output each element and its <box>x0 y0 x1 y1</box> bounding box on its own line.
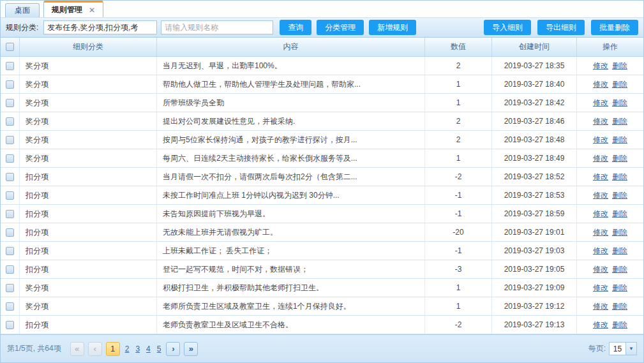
column-header-created[interactable]: 创建时间 <box>492 38 577 56</box>
delete-link[interactable]: 删除 <box>612 153 627 164</box>
row-checkbox[interactable] <box>6 321 14 329</box>
edit-link[interactable]: 修改 <box>593 246 608 256</box>
page-link[interactable]: 3 <box>134 344 141 353</box>
cell-category: 扣分项 <box>20 168 157 186</box>
import-rules-button[interactable]: 导入细则 <box>484 20 531 35</box>
delete-link[interactable]: 删除 <box>612 172 627 182</box>
cell-value: -3 <box>425 260 492 278</box>
cell-created: 2019-03-27 18:59 <box>492 205 577 223</box>
first-page-button[interactable]: « <box>70 342 84 356</box>
row-checkbox[interactable] <box>6 99 14 107</box>
page-button-current[interactable]: 1 <box>106 342 120 356</box>
chevron-down-icon[interactable]: ▼ <box>625 343 636 355</box>
cell-category: 扣分项 <box>20 260 157 278</box>
add-rule-button[interactable]: 新增规则 <box>369 20 416 35</box>
page-link[interactable]: 2 <box>124 344 131 353</box>
cell-content: 未按工作时间准点上班 1分钟以内视为迟到 30分钟... <box>157 186 425 204</box>
cell-value: 1 <box>425 94 492 112</box>
select-all-checkbox[interactable] <box>6 43 14 51</box>
toolbar-left-buttons: 查询 分类管理 新增规则 <box>280 20 416 35</box>
edit-link[interactable]: 修改 <box>593 135 608 145</box>
table-row: 奖分项 按周与5位家长保持沟通，对孩子的教学进行探讨，按月... 2 2019-… <box>1 131 643 149</box>
table-row: 扣分项 老师负责教室卫生及区域卫生不合格。 -2 2019-03-27 19:1… <box>1 316 643 334</box>
table-body: 奖分项 当月无迟到、早退，出勤率100%。 2 2019-03-27 18:35… <box>1 57 643 334</box>
cell-value: -1 <box>425 186 492 204</box>
delete-link[interactable]: 删除 <box>612 79 627 90</box>
cell-value: 1 <box>425 149 492 167</box>
tab-desktop[interactable]: 桌面 <box>5 3 40 17</box>
column-header-category[interactable]: 细则分类 <box>20 38 157 56</box>
row-checkbox[interactable] <box>6 247 14 255</box>
table-row: 扣分项 未告知原因提前下班视为早退。 -1 2019-03-27 18:59 修… <box>1 205 643 223</box>
cell-value: 1 <box>425 297 492 315</box>
table-header-row: 细则分类 内容 数值 创建时间 操作 <box>1 38 643 57</box>
delete-link[interactable]: 删除 <box>612 209 627 219</box>
row-checkbox[interactable] <box>6 210 14 218</box>
tab-rule-management-label: 规则管理 <box>52 4 82 15</box>
row-checkbox[interactable] <box>6 191 14 200</box>
query-button[interactable]: 查询 <box>280 20 311 35</box>
column-header-content[interactable]: 内容 <box>157 38 425 56</box>
rule-management-window: 桌面 规则管理 ✕ 规则分类: 查询 分类管理 新增规则 导入细则 导出细则 批… <box>0 0 644 363</box>
batch-delete-button[interactable]: 批量删除 <box>591 20 638 35</box>
close-icon[interactable]: ✕ <box>89 6 95 15</box>
edit-link[interactable]: 修改 <box>593 320 608 330</box>
table-row: 奖分项 老师所负责卫生区域及教室卫生，连续1个月保持良好。 1 2019-03-… <box>1 297 643 316</box>
cell-created: 2019-03-27 18:52 <box>492 168 577 186</box>
delete-link[interactable]: 删除 <box>612 283 627 293</box>
cell-created: 2019-03-27 19:01 <box>492 223 577 241</box>
row-checkbox[interactable] <box>6 136 14 144</box>
page-link[interactable]: 4 <box>145 344 152 353</box>
edit-link[interactable]: 修改 <box>593 98 608 108</box>
prev-page-button[interactable]: ‹ <box>88 342 102 356</box>
edit-link[interactable]: 修改 <box>593 61 608 71</box>
row-checkbox[interactable] <box>6 173 14 181</box>
table-row: 扣分项 当月请假一次不扣分，请假两次后每次扣2分（包含第二... -2 2019… <box>1 168 643 186</box>
row-checkbox[interactable] <box>6 154 14 163</box>
delete-link[interactable]: 删除 <box>612 61 627 71</box>
last-page-button[interactable]: » <box>184 342 198 356</box>
cell-created: 2019-03-27 18:42 <box>492 94 577 112</box>
row-checkbox[interactable] <box>6 302 14 311</box>
per-page-select[interactable]: 15 ▼ <box>609 342 637 355</box>
cell-value: 1 <box>425 75 492 93</box>
tab-rule-management[interactable]: 规则管理 ✕ <box>43 1 103 17</box>
cell-content: 老师负责教室卫生及区域卫生不合格。 <box>157 316 425 334</box>
edit-link[interactable]: 修改 <box>593 153 608 164</box>
edit-link[interactable]: 修改 <box>593 172 608 182</box>
delete-link[interactable]: 删除 <box>612 98 627 108</box>
page-link[interactable]: 5 <box>156 344 163 353</box>
cell-content: 无故未能上班并无请假视为旷工。 <box>157 223 425 241</box>
row-checkbox[interactable] <box>6 80 14 89</box>
edit-link[interactable]: 修改 <box>593 209 608 219</box>
edit-link[interactable]: 修改 <box>593 116 608 127</box>
export-rules-button[interactable]: 导出细则 <box>537 20 585 35</box>
delete-link[interactable]: 删除 <box>612 246 627 256</box>
row-checkbox[interactable] <box>6 265 14 274</box>
rule-category-input[interactable] <box>43 20 157 34</box>
delete-link[interactable]: 删除 <box>612 301 627 312</box>
cell-category: 奖分项 <box>20 279 157 297</box>
row-checkbox[interactable] <box>6 117 14 126</box>
edit-link[interactable]: 修改 <box>593 190 608 201</box>
edit-link[interactable]: 修改 <box>593 227 608 238</box>
delete-link[interactable]: 删除 <box>612 135 627 145</box>
delete-link[interactable]: 删除 <box>612 190 627 201</box>
row-checkbox[interactable] <box>6 284 14 292</box>
edit-link[interactable]: 修改 <box>593 79 608 90</box>
row-checkbox[interactable] <box>6 62 14 70</box>
delete-link[interactable]: 删除 <box>612 227 627 238</box>
column-header-value[interactable]: 数值 <box>425 38 492 56</box>
row-checkbox[interactable] <box>6 228 14 237</box>
cell-created: 2019-03-27 18:48 <box>492 131 577 149</box>
rule-name-input[interactable] <box>161 20 273 34</box>
delete-link[interactable]: 删除 <box>612 320 627 330</box>
edit-link[interactable]: 修改 <box>593 283 608 293</box>
category-manage-button[interactable]: 分类管理 <box>317 20 364 35</box>
delete-link[interactable]: 删除 <box>612 264 627 275</box>
delete-link[interactable]: 删除 <box>612 116 627 127</box>
edit-link[interactable]: 修改 <box>593 264 608 275</box>
edit-link[interactable]: 修改 <box>593 301 608 312</box>
next-page-button[interactable]: › <box>166 342 180 356</box>
table-row: 扣分项 未按工作时间准点上班 1分钟以内视为迟到 30分钟... -1 2019… <box>1 186 643 205</box>
